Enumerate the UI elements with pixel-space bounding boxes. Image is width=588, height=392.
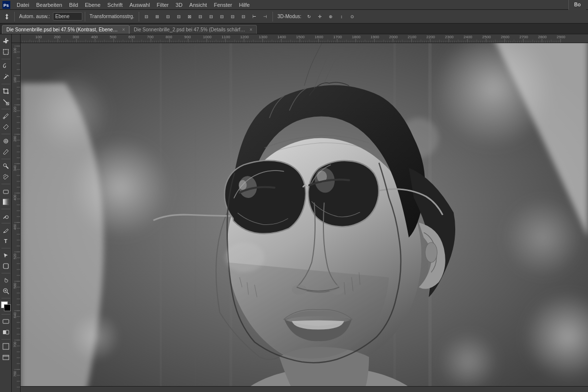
toolsep-12: [1, 314, 10, 315]
screen-mode-full[interactable]: [1, 352, 11, 362]
user-avatar[interactable]: Bo: [568, 0, 586, 10]
dodge-tool[interactable]: [1, 211, 11, 221]
tab-1-close[interactable]: ×: [122, 27, 125, 32]
slice-tool[interactable]: [1, 97, 11, 107]
svg-point-34: [503, 197, 583, 277]
brush-tool[interactable]: [1, 147, 11, 157]
toolsep-8: [1, 223, 10, 223]
toolsep-7: [1, 209, 10, 209]
lasso-tool[interactable]: [1, 61, 11, 71]
3d-zoom-icon[interactable]: ⊙: [347, 12, 357, 22]
svg-rect-40: [195, 43, 196, 392]
tab-2-close[interactable]: ×: [249, 27, 252, 32]
distribute-right-icon[interactable]: ⊟: [239, 12, 248, 22]
3d-orbit-icon[interactable]: ↻: [304, 12, 314, 22]
history-brush-tool[interactable]: [1, 172, 11, 182]
svg-point-46: [425, 243, 437, 263]
menu-bild[interactable]: Bild: [66, 1, 81, 9]
shape-tool[interactable]: [1, 261, 11, 271]
ruler-left-canvas: [12, 43, 21, 392]
sep-1: [14, 12, 15, 22]
path-select-tool[interactable]: [1, 250, 11, 260]
align-center-h-icon[interactable]: ⊞: [152, 12, 162, 22]
quick-mask-on[interactable]: [1, 327, 11, 337]
marquee-rect-tool[interactable]: [1, 47, 11, 57]
svg-text:Ps: Ps: [3, 3, 9, 8]
menu-ebene[interactable]: Ebene: [82, 1, 103, 9]
extra1-icon[interactable]: ⊢: [249, 12, 259, 22]
sep-2: [85, 12, 85, 22]
hand-tool[interactable]: [1, 275, 11, 285]
svg-point-9: [3, 118, 4, 119]
toolsep-13: [1, 339, 10, 340]
portrait-image: [21, 43, 588, 392]
svg-rect-26: [6, 330, 9, 334]
align-center-v-icon[interactable]: ⊠: [185, 12, 195, 22]
type-tool[interactable]: T: [1, 236, 11, 246]
gradient-tool[interactable]: [1, 197, 11, 207]
screen-mode-normal[interactable]: [1, 342, 11, 351]
workspace: T: [0, 34, 588, 392]
move-tool[interactable]: [1, 36, 11, 46]
toolbox: T: [0, 34, 12, 392]
menu-datei[interactable]: Datei: [14, 1, 32, 9]
autom-dropdown[interactable]: Ebene: [53, 12, 82, 21]
toolsep-9: [1, 248, 10, 248]
menu-fenster[interactable]: Fenster: [211, 1, 235, 9]
menu-bearbeiten[interactable]: Bearbeiten: [33, 1, 65, 9]
align-right-icon[interactable]: ⊟: [163, 12, 173, 22]
toolsep-3: [1, 109, 10, 109]
tab-2[interactable]: Die Sonnenbrille_2.psd bei 47.5% (Detail…: [129, 25, 257, 34]
tab-2-label: Die Sonnenbrille_2.psd bei 47.5% (Detail…: [134, 27, 247, 32]
autom-label: Autom. ausw.:: [17, 13, 52, 20]
menu-schrift[interactable]: Schrift: [104, 1, 125, 9]
3d-ruler-tool[interactable]: [1, 122, 11, 132]
ruler-left: [12, 43, 21, 392]
menu-bar: Ps Datei Bearbeiten Bild Ebene Schrift A…: [0, 0, 588, 10]
3d-pan-icon[interactable]: ✛: [315, 12, 325, 22]
tabs-bar: Die Sonnenbrille.psd bei 47.5% (Kontrast…: [0, 24, 588, 34]
svg-rect-24: [3, 319, 9, 323]
canvas-area: [12, 34, 588, 392]
distribute-v-icon[interactable]: ⊟: [217, 12, 227, 22]
svg-rect-15: [3, 199, 9, 205]
zoom-tool[interactable]: [1, 286, 11, 296]
extra2-icon[interactable]: ⊣: [260, 12, 270, 22]
bottom-scrollbar[interactable]: [21, 386, 588, 392]
color-indicator[interactable]: [1, 301, 11, 311]
3d-walk-icon[interactable]: ⊕: [326, 12, 336, 22]
magic-wand-tool[interactable]: [1, 72, 11, 82]
toolsep-11: [1, 298, 10, 298]
3d-mode-label: 3D-Modus:: [275, 13, 303, 20]
quick-mask-off[interactable]: [1, 317, 11, 326]
tab-1[interactable]: Die Sonnenbrille.psd bei 47.5% (Kontrast…: [2, 25, 129, 34]
eraser-tool[interactable]: [1, 186, 11, 196]
app-icon: Ps: [2, 0, 11, 9]
menu-filter[interactable]: Filter: [154, 1, 172, 9]
distribute-h-icon[interactable]: ⊟: [206, 12, 216, 22]
eyedropper-tool[interactable]: [1, 111, 11, 121]
healing-brush-tool[interactable]: [1, 136, 11, 146]
menu-auswahl[interactable]: Auswahl: [126, 1, 153, 9]
align-top-icon[interactable]: ⊟: [174, 12, 184, 22]
menu-hilfe[interactable]: Hilfe: [236, 1, 253, 9]
distribute-left-icon[interactable]: ⊟: [228, 12, 238, 22]
svg-line-21: [7, 292, 9, 294]
svg-rect-28: [3, 355, 9, 360]
menu-3d[interactable]: 3D: [172, 1, 185, 9]
3d-rotate-icon[interactable]: ↕: [337, 12, 346, 22]
background-color[interactable]: [4, 304, 11, 311]
svg-point-36: [439, 332, 498, 392]
ruler-top: [21, 34, 588, 43]
options-toolbar: Autom. ausw.: Ebene Transformationsstrg.…: [0, 10, 588, 24]
menu-ansicht[interactable]: Ansicht: [186, 1, 210, 9]
clone-stamp-tool[interactable]: [1, 161, 11, 171]
align-left-icon[interactable]: ⊟: [142, 12, 151, 22]
toolsep-4: [1, 134, 10, 134]
svg-point-6: [5, 76, 6, 78]
crop-tool[interactable]: [1, 86, 11, 96]
pen-tool[interactable]: [1, 225, 11, 235]
image-canvas[interactable]: [21, 43, 588, 392]
ruler-top-canvas: [21, 34, 588, 43]
align-bottom-icon[interactable]: ⊟: [196, 12, 205, 22]
